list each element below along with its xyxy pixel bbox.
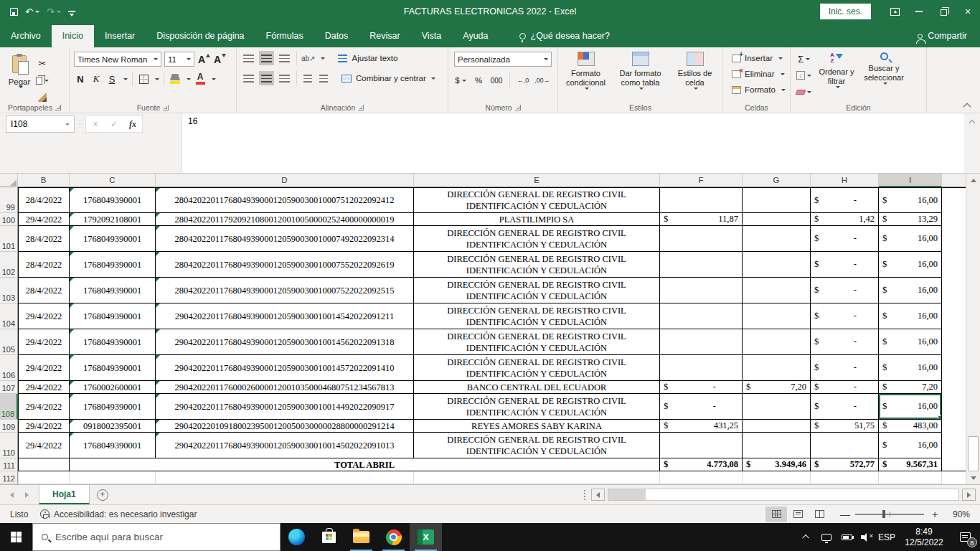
cell-C102[interactable]: 1768049390001 xyxy=(70,252,156,278)
scroll-up-button[interactable] xyxy=(966,174,980,187)
vertical-scrollbar[interactable] xyxy=(966,174,980,484)
share-button[interactable]: Compartir xyxy=(918,31,980,47)
cell-D109[interactable]: 2904202201091800239500120050030000028800… xyxy=(156,420,414,433)
decrease-font-button[interactable]: A xyxy=(213,52,226,67)
insert-cells-button[interactable]: Insertar xyxy=(729,50,790,66)
decrease-indent-button[interactable] xyxy=(301,71,314,85)
zoom-slider-thumb[interactable] xyxy=(882,510,885,518)
tell-me-box[interactable]: ¿Qué desea hacer? xyxy=(519,31,611,47)
cell-E101[interactable]: DIRECCIÓN GENERAL DE REGISTRO CIVIL IDEN… xyxy=(414,226,660,252)
font-name-combo[interactable]: Times New Roman xyxy=(74,52,161,67)
tray-cast-button[interactable] xyxy=(816,523,837,551)
cell-G100[interactable] xyxy=(743,213,811,226)
cell-D108[interactable]: 2904202201176804939000120590030010014492… xyxy=(156,394,414,420)
tray-volume-button[interactable]: × xyxy=(857,523,877,551)
cell-F104[interactable] xyxy=(660,303,743,329)
borders-button[interactable] xyxy=(137,72,150,86)
start-button[interactable] xyxy=(0,523,32,551)
cell-G104[interactable] xyxy=(743,303,811,329)
currency-format-button[interactable]: $ xyxy=(454,73,467,88)
tray-battery-button[interactable] xyxy=(837,523,857,551)
cell-C100[interactable]: 1792092108001 xyxy=(70,213,156,226)
tab-vista[interactable]: Vista xyxy=(411,25,453,47)
cell-B102[interactable]: 28/4/2022 xyxy=(18,252,70,278)
cell-E112[interactable] xyxy=(414,471,660,484)
cell-D104[interactable]: 2904202201176804939000120590030010014542… xyxy=(156,303,414,329)
cell-H103[interactable]: $- xyxy=(811,278,879,303)
accessibility-status[interactable]: Accesibilidad: es necesario investigar xyxy=(40,509,197,519)
confirm-entry-button[interactable]: ✓ xyxy=(105,119,123,129)
cell-F107[interactable]: $- xyxy=(660,381,743,394)
wrap-text-label[interactable]: Ajustar texto xyxy=(352,54,398,62)
collapse-ribbon-button[interactable] xyxy=(963,103,971,110)
cell-B105[interactable]: 29/4/2022 xyxy=(18,329,70,355)
page-break-view-button[interactable] xyxy=(809,507,830,522)
row-header-105[interactable]: 105 xyxy=(0,329,18,355)
insert-function-button[interactable]: fx xyxy=(123,119,142,130)
row-header-103[interactable]: 103 xyxy=(0,278,18,303)
align-right-button[interactable] xyxy=(277,71,292,85)
format-as-table-button[interactable]: Dar formato como tabla xyxy=(613,47,668,100)
cell-B106[interactable]: 29/4/2022 xyxy=(18,355,70,381)
clipboard-dialog-launcher[interactable] xyxy=(55,105,61,110)
format-cells-button[interactable]: Formato xyxy=(729,82,790,98)
cell-I111[interactable]: $9.567,31 xyxy=(879,458,942,471)
cell-C104[interactable]: 1768049390001 xyxy=(70,303,156,329)
cell-B104[interactable]: 29/4/2022 xyxy=(18,303,70,329)
row-header-112[interactable]: 112 xyxy=(0,471,18,484)
align-center-button[interactable] xyxy=(259,71,274,85)
underline-button[interactable]: S xyxy=(105,72,118,86)
column-header-C[interactable]: C xyxy=(70,174,156,187)
cell-H99[interactable]: $- xyxy=(811,187,879,213)
cell-I109[interactable]: $483,00 xyxy=(879,420,942,433)
cell-F106[interactable] xyxy=(660,355,743,381)
cell-H104[interactable]: $- xyxy=(811,303,879,329)
notification-center-button[interactable]: 8 xyxy=(951,523,979,551)
clear-button[interactable] xyxy=(796,85,811,99)
restore-button[interactable] xyxy=(931,0,956,23)
tray-clock[interactable]: 8:4912/5/2022 xyxy=(897,523,951,551)
increase-decimal-button[interactable]: ←,0 xyxy=(517,73,529,88)
taskbar-search-box[interactable]: Escribe aquí para buscar xyxy=(32,523,281,551)
scroll-right-button[interactable] xyxy=(962,489,976,501)
row-header-106[interactable]: 106 xyxy=(0,355,18,381)
cell-G102[interactable] xyxy=(743,252,811,278)
normal-view-button[interactable] xyxy=(765,507,787,522)
horizontal-scrollbar[interactable] xyxy=(608,489,959,501)
cell-H109[interactable]: $51,75 xyxy=(811,420,879,433)
delete-cells-button[interactable]: Eliminar xyxy=(729,66,790,82)
cell-B100[interactable]: 29/4/2022 xyxy=(18,213,70,226)
ribbon-display-options-button[interactable] xyxy=(882,0,907,23)
tab-revisar[interactable]: Revisar xyxy=(359,25,410,47)
tab-inicio[interactable]: Inicio xyxy=(52,25,94,47)
align-middle-button[interactable] xyxy=(259,51,274,65)
font-dialog-launcher[interactable] xyxy=(163,105,169,110)
cell-G112[interactable] xyxy=(743,471,811,484)
cell-B103[interactable]: 28/4/2022 xyxy=(18,278,70,303)
cell-B101[interactable]: 28/4/2022 xyxy=(18,226,70,252)
paste-button[interactable]: Pegar xyxy=(3,50,36,103)
cell-I103[interactable]: $16,00 xyxy=(879,278,942,303)
row-header-99[interactable]: 99 xyxy=(0,187,18,213)
tray-language-button[interactable]: ESP xyxy=(877,523,897,551)
cell-I112[interactable] xyxy=(879,471,942,484)
column-header-H[interactable]: H xyxy=(811,174,879,187)
column-header-B[interactable]: B xyxy=(18,174,70,187)
cell-I99[interactable]: $16,00 xyxy=(879,187,942,213)
zoom-level[interactable]: 90% xyxy=(946,509,970,519)
fill-button[interactable]: ↓ xyxy=(796,68,811,83)
cell-G105[interactable] xyxy=(743,329,811,355)
cell-B111[interactable] xyxy=(18,458,70,471)
merge-center-button[interactable] xyxy=(340,71,353,85)
tab-split-handle[interactable] xyxy=(584,490,585,500)
page-layout-view-button[interactable] xyxy=(787,507,809,522)
fill-handle[interactable] xyxy=(938,415,942,420)
save-button[interactable] xyxy=(10,8,18,16)
cell-D112[interactable] xyxy=(156,471,414,484)
name-box[interactable]: I108 xyxy=(6,116,75,133)
sheet-tab-hoja1[interactable]: Hoja1 xyxy=(39,485,90,504)
cell-I102[interactable]: $16,00 xyxy=(879,252,942,278)
copy-button[interactable] xyxy=(36,73,49,88)
vertical-scroll-thumb[interactable] xyxy=(968,436,979,471)
cell-F111[interactable]: $4.773,08 xyxy=(660,458,743,471)
